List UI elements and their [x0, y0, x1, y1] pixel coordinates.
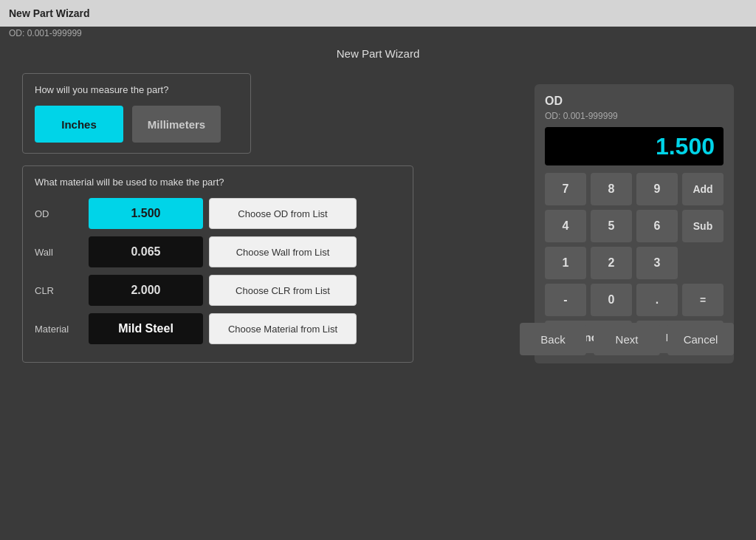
numpad-range: OD: 0.001-999999	[545, 111, 724, 121]
main-content: New Part Wizard How will you measure the…	[0, 40, 756, 370]
num-6[interactable]: 6	[636, 210, 678, 242]
clr-value[interactable]: 2.000	[89, 275, 203, 306]
clr-label: CLR	[35, 285, 83, 296]
page-title: New Part Wizard	[22, 47, 734, 60]
numpad-title: OD	[545, 95, 724, 108]
numpad-grid: 7 8 9 Add 4 5 6 Sub 1 2 3 - 0 . =	[545, 173, 724, 316]
wall-row: Wall 0.065 Choose Wall from List	[35, 236, 401, 267]
num-2[interactable]: 2	[591, 247, 632, 279]
material-label: Material	[35, 324, 83, 335]
num-9[interactable]: 9	[636, 173, 678, 205]
material-row: Material Mild Steel Choose Material from…	[35, 313, 401, 344]
choose-od-button[interactable]: Choose OD from List	[209, 198, 357, 229]
sub-button[interactable]: Sub	[682, 210, 724, 242]
wall-label: Wall	[35, 247, 83, 258]
num-3[interactable]: 3	[636, 247, 678, 279]
millimeters-button[interactable]: Millimeters	[132, 106, 221, 143]
material-section: What material will be used to make the p…	[22, 165, 413, 363]
numpad-display: 1.500	[545, 127, 724, 165]
num-7[interactable]: 7	[545, 173, 586, 205]
material-value[interactable]: Mild Steel	[89, 313, 203, 344]
od-value[interactable]: 1.500	[89, 198, 203, 229]
measure-buttons: Inches Millimeters	[35, 106, 238, 143]
num-5[interactable]: 5	[591, 210, 632, 242]
next-button[interactable]: Next	[594, 323, 660, 355]
equals-button[interactable]: =	[682, 284, 724, 316]
num-4[interactable]: 4	[545, 210, 586, 242]
cancel-button[interactable]: Cancel	[667, 323, 734, 355]
measure-question: How will you measure the part?	[35, 84, 238, 95]
title-bar: New Part Wizard	[0, 0, 756, 27]
choose-clr-button[interactable]: Choose CLR from List	[209, 275, 357, 306]
numpad-display-value: 1.500	[656, 133, 715, 160]
numpad-panel: OD OD: 0.001-999999 1.500 7 8 9 Add 4 5 …	[535, 84, 734, 363]
od-row: OD 1.500 Choose OD from List	[35, 198, 401, 229]
material-question: What material will be used to make the p…	[35, 177, 401, 188]
num-0[interactable]: 0	[591, 284, 632, 316]
inches-button[interactable]: Inches	[35, 106, 123, 143]
measure-section: How will you measure the part? Inches Mi…	[22, 73, 251, 154]
app-title: New Part Wizard	[9, 7, 90, 19]
num-dot[interactable]: .	[636, 284, 678, 316]
clr-row: CLR 2.000 Choose CLR from List	[35, 275, 401, 306]
wall-value[interactable]: 0.065	[89, 236, 203, 267]
bottom-nav: Back Next Cancel	[520, 323, 734, 355]
choose-wall-button[interactable]: Choose Wall from List	[209, 236, 357, 267]
num-minus[interactable]: -	[545, 284, 586, 316]
choose-material-button[interactable]: Choose Material from List	[209, 313, 357, 344]
back-button[interactable]: Back	[520, 323, 586, 355]
num-1[interactable]: 1	[545, 247, 586, 279]
add-button[interactable]: Add	[682, 173, 724, 205]
num-8[interactable]: 8	[591, 173, 632, 205]
od-label: OD	[35, 208, 83, 219]
top-info: OD: 0.001-999999	[0, 27, 756, 40]
